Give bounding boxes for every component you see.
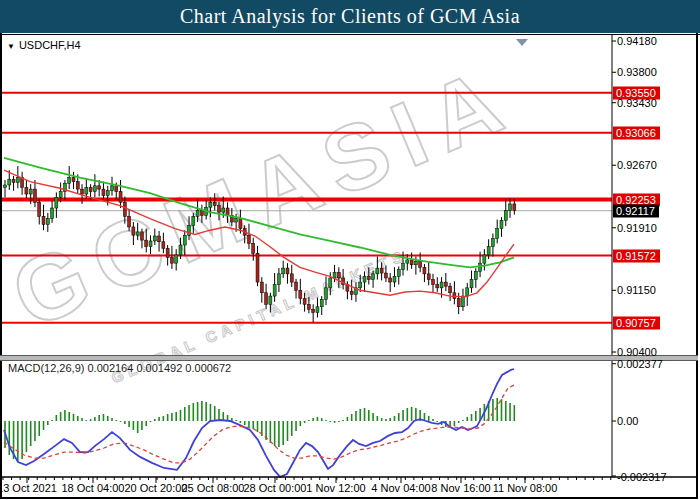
price-line-badge: 0.90757	[613, 316, 660, 329]
time-axis-label: 13 Oct 2021	[0, 482, 57, 494]
bull-candle	[85, 187, 88, 194]
bull-candle	[376, 268, 379, 274]
bear-candle	[213, 202, 216, 205]
bull-candle	[496, 229, 499, 239]
time-axis-label: 4 Nov 04:00	[371, 482, 430, 494]
bull-candle	[316, 307, 319, 313]
chart-shift-marker-icon[interactable]	[516, 39, 528, 46]
panel-separator[interactable]	[0, 355, 698, 361]
bear-candle	[166, 248, 169, 257]
bear-candle	[81, 189, 84, 194]
bear-candle	[102, 189, 105, 196]
bear-candle	[89, 187, 92, 191]
bull-candle	[222, 208, 225, 212]
bull-candle	[149, 241, 152, 247]
bear-candle	[200, 210, 203, 215]
bear-candle	[115, 186, 118, 192]
bear-candle	[307, 304, 310, 309]
bull-candle	[59, 192, 62, 198]
bear-candle	[410, 260, 413, 265]
bull-candle	[372, 274, 375, 280]
bear-candle	[295, 282, 298, 290]
bear-candle	[226, 208, 229, 215]
bull-candle	[192, 216, 195, 225]
bear-candle	[419, 262, 422, 268]
bear-candle	[427, 274, 430, 280]
bull-candle	[277, 274, 280, 285]
time-axis-label: 11 Nov 08:00	[493, 482, 558, 494]
bear-candle	[367, 276, 370, 279]
bull-candle	[320, 299, 323, 306]
bear-candle	[132, 227, 135, 235]
macd-indicator-label: MACD(12,26,9) 0.002164 0.001492 0.000672	[8, 362, 231, 374]
current-price-badge: 0.92117	[613, 204, 659, 217]
bull-candle	[68, 178, 71, 184]
bear-candle	[312, 309, 315, 312]
bear-candle	[252, 243, 255, 253]
bear-candle	[444, 282, 447, 286]
bear-candle	[260, 282, 263, 293]
price-axis-label: 0.94180	[617, 35, 657, 47]
bear-candle	[337, 272, 340, 278]
time-axis-label: 25 Oct 08:00	[182, 482, 245, 494]
bull-candle	[359, 282, 362, 288]
bull-candle	[440, 282, 443, 288]
bear-candle	[423, 267, 426, 274]
price-axis-label: 0.92670	[617, 159, 657, 171]
time-axis-label: 20 Oct 20:00	[125, 482, 188, 494]
time-axis-label: 1 Nov 12:00	[306, 482, 365, 494]
bear-candle	[145, 240, 148, 247]
bear-candle	[76, 182, 79, 189]
ma-green-line	[4, 158, 514, 267]
bear-candle	[299, 290, 302, 298]
bull-candle	[491, 238, 494, 246]
bull-candle	[55, 197, 58, 208]
bear-candle	[25, 187, 28, 194]
bear-candle	[384, 273, 387, 278]
bull-candle	[136, 232, 139, 235]
bull-candle	[509, 204, 512, 211]
bear-candle	[42, 216, 45, 224]
bull-candle	[474, 271, 477, 279]
bull-candle	[111, 186, 114, 191]
bear-candle	[140, 232, 143, 240]
bear-candle	[457, 299, 460, 307]
price-axis-label: 0.91910	[617, 222, 657, 234]
bull-candle	[106, 191, 109, 196]
bear-candle	[170, 257, 173, 263]
symbol-label: ▼USDCHF,H4	[7, 39, 81, 51]
bull-candle	[393, 276, 396, 282]
time-axis-label: 28 Oct 00:00	[244, 482, 307, 494]
bull-candle	[153, 236, 156, 241]
candlestick-chart-plot[interactable]	[0, 0, 700, 500]
bear-candle	[265, 293, 268, 305]
bull-candle	[175, 255, 178, 263]
bull-candle	[325, 288, 328, 300]
bull-candle	[487, 247, 490, 255]
bull-candle	[8, 179, 11, 185]
price-axis-label: 0.91150	[617, 284, 656, 296]
bull-candle	[4, 185, 7, 187]
bull-candle	[406, 260, 409, 263]
bull-candle	[504, 210, 507, 220]
bear-candle	[286, 268, 289, 274]
chevron-down-icon[interactable]: ▼	[7, 42, 15, 51]
bull-candle	[179, 245, 182, 255]
bear-candle	[123, 202, 126, 216]
bear-candle	[436, 285, 439, 288]
bull-candle	[466, 288, 469, 296]
price-axis-label: 0.93430	[617, 97, 657, 109]
bear-candle	[38, 202, 41, 216]
bear-candle	[239, 219, 242, 229]
bear-candle	[432, 280, 435, 285]
time-axis-label: 8 Nov 16:00	[431, 482, 490, 494]
bear-candle	[350, 291, 353, 294]
bear-candle	[303, 299, 306, 305]
bull-candle	[479, 263, 482, 271]
bear-candle	[158, 236, 161, 242]
bull-candle	[235, 219, 238, 222]
bull-candle	[273, 285, 276, 297]
bear-candle	[162, 242, 165, 249]
time-axis-label: 18 Oct 04:00	[62, 482, 125, 494]
bear-candle	[247, 235, 250, 243]
